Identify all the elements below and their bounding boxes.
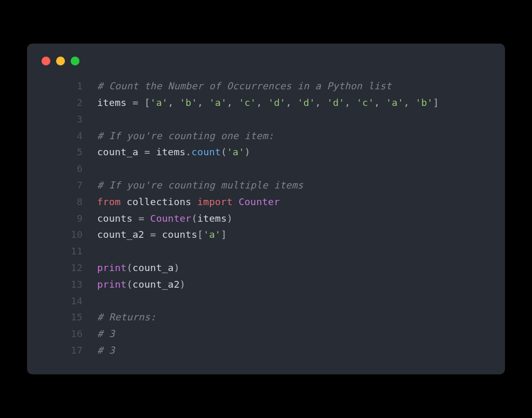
token-comment: # 3 xyxy=(97,328,115,339)
token-op: = xyxy=(144,146,150,157)
line-number: 16 xyxy=(27,326,97,342)
line-content[interactable]: # Count the Number of Occurrences in a P… xyxy=(97,78,505,95)
code-line[interactable]: 3 xyxy=(27,111,505,128)
line-content[interactable]: count_a2 = counts['a'] xyxy=(97,226,505,243)
token-punc: . xyxy=(185,146,191,157)
code-window: 1# Count the Number of Occurrences in a … xyxy=(27,44,505,374)
minimize-icon[interactable] xyxy=(56,57,65,65)
token-string: 'b' xyxy=(180,97,197,108)
token-string: 'a' xyxy=(150,97,168,108)
token-punc: , xyxy=(197,97,209,108)
line-number: 8 xyxy=(27,194,97,210)
line-number: 17 xyxy=(27,342,97,359)
token-default xyxy=(191,196,197,207)
token-punc: ( xyxy=(191,213,197,224)
token-default: counts xyxy=(162,229,197,240)
token-punc: ( xyxy=(127,279,132,290)
code-line[interactable]: 5count_a = items.count('a') xyxy=(27,144,505,160)
code-line[interactable]: 12print(count_a) xyxy=(27,260,505,276)
token-default: items xyxy=(156,146,185,157)
token-string: 'd' xyxy=(268,97,286,108)
token-punc: , xyxy=(404,97,416,108)
token-default: count_a2 xyxy=(132,279,180,290)
code-line[interactable]: 17# 3 xyxy=(27,342,505,359)
code-line[interactable]: 1# Count the Number of Occurrences in a … xyxy=(27,78,505,95)
line-content[interactable]: count_a = items.count('a') xyxy=(97,144,505,160)
token-punc: ] xyxy=(433,97,438,108)
token-punc: , xyxy=(256,97,268,108)
token-punc: ( xyxy=(221,146,227,157)
token-string: 'a' xyxy=(203,229,221,240)
token-punc: ) xyxy=(227,213,232,224)
code-line[interactable]: 10count_a2 = counts['a'] xyxy=(27,226,505,243)
token-punc: ] xyxy=(221,229,227,240)
code-line[interactable]: 13print(count_a2) xyxy=(27,276,505,293)
line-content[interactable]: # Returns: xyxy=(97,309,505,326)
token-default: count_a2 xyxy=(97,229,144,240)
window-titlebar xyxy=(27,57,505,78)
line-number: 4 xyxy=(27,128,97,144)
token-default: collections xyxy=(127,196,192,207)
line-content[interactable] xyxy=(97,160,505,177)
code-editor[interactable]: 1# Count the Number of Occurrences in a … xyxy=(27,78,505,359)
token-punc: ) xyxy=(180,279,185,290)
line-content[interactable] xyxy=(97,293,505,309)
line-content[interactable]: from collections import Counter xyxy=(97,194,505,210)
code-line[interactable]: 11 xyxy=(27,243,505,260)
token-string: 'd' xyxy=(298,97,315,108)
token-keyword: Counter xyxy=(238,196,280,207)
token-comment: # Count the Number of Occurrences in a P… xyxy=(97,80,392,91)
code-line[interactable]: 9counts = Counter(items) xyxy=(27,210,505,227)
code-line[interactable]: 4# If you're counting one item: xyxy=(27,128,505,144)
token-op: = xyxy=(150,229,156,240)
line-content[interactable]: print(count_a2) xyxy=(97,276,505,293)
token-keyword: Counter xyxy=(150,213,191,224)
line-content[interactable]: # If you're counting one item: xyxy=(97,128,505,144)
token-default: counts xyxy=(97,213,132,224)
token-string: 'a' xyxy=(209,97,227,108)
line-number: 6 xyxy=(27,160,97,177)
token-punc: , xyxy=(168,97,180,108)
token-string: 'a' xyxy=(386,97,404,108)
line-content[interactable]: # If you're counting multiple items xyxy=(97,177,505,194)
token-punc: ) xyxy=(174,262,179,273)
token-comment: # Returns: xyxy=(97,312,156,322)
token-default xyxy=(156,229,162,240)
line-number: 5 xyxy=(27,144,97,160)
code-line[interactable]: 2items = ['a', 'b', 'a', 'c', 'd', 'd', … xyxy=(27,95,505,111)
line-content[interactable]: print(count_a) xyxy=(97,260,505,276)
token-op: = xyxy=(138,213,144,224)
close-icon[interactable] xyxy=(42,57,50,65)
token-import: from xyxy=(97,196,121,207)
line-number: 10 xyxy=(27,226,97,243)
code-line[interactable]: 6 xyxy=(27,160,505,177)
code-line[interactable]: 15# Returns: xyxy=(27,309,505,326)
token-default: items xyxy=(197,213,227,224)
code-line[interactable]: 14 xyxy=(27,293,505,309)
line-number: 11 xyxy=(27,243,97,260)
line-content[interactable]: counts = Counter(items) xyxy=(97,210,505,227)
token-string: 'd' xyxy=(327,97,344,108)
line-content[interactable]: # 3 xyxy=(97,342,505,359)
code-line[interactable]: 7# If you're counting multiple items xyxy=(27,177,505,194)
zoom-icon[interactable] xyxy=(71,57,79,65)
token-op: = xyxy=(132,97,138,108)
token-punc: , xyxy=(286,97,298,108)
token-punc: , xyxy=(344,97,356,108)
token-punc: ) xyxy=(245,146,250,157)
line-number: 7 xyxy=(27,177,97,194)
token-default xyxy=(144,213,150,224)
code-line[interactable]: 8from collections import Counter xyxy=(27,194,505,210)
token-comment: # If you're counting one item: xyxy=(97,130,274,141)
token-keyword: print xyxy=(97,262,127,273)
line-content[interactable] xyxy=(97,111,505,128)
line-content[interactable]: # 3 xyxy=(97,326,505,342)
line-content[interactable]: items = ['a', 'b', 'a', 'c', 'd', 'd', '… xyxy=(97,95,505,111)
token-default xyxy=(144,229,150,240)
line-content[interactable] xyxy=(97,243,505,260)
token-func: count xyxy=(191,146,221,157)
code-line[interactable]: 16# 3 xyxy=(27,326,505,342)
token-default xyxy=(127,97,132,108)
token-default xyxy=(233,196,238,207)
line-number: 2 xyxy=(27,95,97,111)
